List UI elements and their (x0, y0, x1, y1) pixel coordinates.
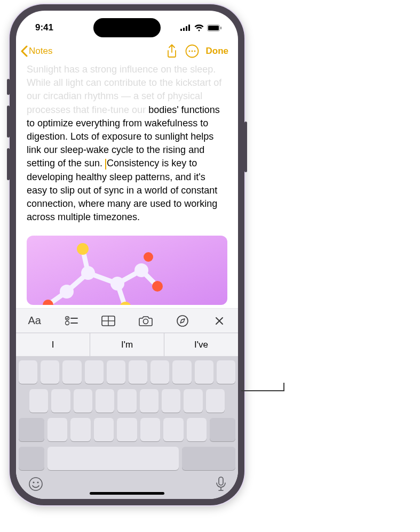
markup-button[interactable] (164, 315, 201, 327)
svg-point-9 (191, 51, 193, 52)
svg-point-26 (144, 252, 153, 262)
key[interactable] (187, 418, 207, 441)
key[interactable] (163, 418, 183, 441)
svg-rect-2 (186, 26, 187, 31)
emoji-icon[interactable] (28, 477, 43, 491)
svg-point-20 (60, 285, 74, 299)
screen: 9:41 Notes Done Sunlight has a (16, 11, 238, 499)
markup-icon (177, 315, 188, 327)
format-toolbar: Aa (16, 308, 238, 333)
svg-rect-0 (180, 29, 182, 31)
home-indicator[interactable] (90, 492, 164, 495)
key[interactable] (47, 418, 67, 441)
molecule-illustration (32, 236, 171, 305)
key[interactable] (140, 418, 160, 441)
key[interactable] (217, 360, 235, 384)
suggestion-1[interactable]: I (16, 333, 90, 356)
back-button[interactable]: Notes (20, 45, 52, 57)
svg-point-18 (77, 243, 89, 255)
delete-key[interactable] (210, 418, 235, 441)
back-label: Notes (29, 46, 52, 57)
status-time: 9:41 (35, 22, 53, 33)
key[interactable] (41, 360, 59, 384)
done-button[interactable]: Done (203, 46, 232, 57)
key[interactable] (94, 418, 114, 441)
key[interactable] (117, 389, 136, 413)
svg-point-8 (188, 51, 190, 52)
cellular-icon (180, 25, 191, 31)
svg-rect-5 (208, 26, 219, 30)
svg-point-24 (134, 263, 148, 277)
key[interactable] (51, 389, 70, 413)
svg-point-28 (65, 321, 69, 325)
callout-pointer (241, 390, 284, 391)
shift-key[interactable] (19, 418, 44, 441)
text-format-button[interactable]: Aa (16, 315, 53, 327)
svg-point-38 (37, 481, 38, 483)
checklist-icon (65, 316, 78, 326)
table-button[interactable] (90, 316, 127, 326)
key[interactable] (172, 360, 191, 384)
silent-switch (7, 79, 10, 95)
suggestion-2[interactable]: I'm (90, 333, 164, 356)
svg-point-37 (33, 481, 34, 483)
share-icon (167, 44, 177, 58)
suggestion-3[interactable]: I've (164, 333, 238, 356)
battery-icon (207, 25, 222, 31)
quicktype-bar: I I'm I've (16, 333, 238, 356)
svg-point-10 (194, 51, 195, 52)
svg-point-36 (29, 478, 42, 490)
key[interactable] (206, 389, 225, 413)
svg-point-19 (81, 266, 95, 280)
share-button[interactable] (162, 42, 181, 61)
note-editor[interactable]: Sunlight has a strong influence on the s… (16, 63, 238, 308)
more-button[interactable] (183, 42, 202, 61)
svg-rect-6 (220, 27, 221, 29)
checklist-button[interactable] (53, 316, 90, 326)
svg-point-22 (110, 277, 124, 291)
key[interactable] (62, 360, 81, 384)
note-attachment-image[interactable] (27, 236, 227, 305)
numbers-key[interactable] (19, 447, 44, 470)
table-icon (101, 316, 115, 326)
key[interactable] (85, 360, 104, 384)
key[interactable] (184, 389, 202, 413)
close-toolbar-button[interactable] (201, 317, 238, 325)
key[interactable] (140, 389, 159, 413)
iphone-frame: 9:41 Notes Done Sunlight has a (10, 4, 244, 505)
onscreen-keyboard[interactable] (16, 356, 238, 499)
ellipsis-circle-icon (185, 44, 199, 58)
key[interactable] (150, 360, 169, 384)
svg-point-35 (177, 316, 188, 326)
key[interactable] (29, 389, 48, 413)
volume-up-button (7, 106, 10, 138)
svg-rect-39 (219, 477, 223, 485)
volume-down-button (7, 148, 10, 180)
key[interactable] (70, 418, 90, 441)
power-button (244, 122, 247, 172)
key[interactable] (129, 360, 147, 384)
key[interactable] (96, 389, 114, 413)
svg-point-25 (152, 281, 163, 292)
close-icon (215, 317, 224, 325)
svg-rect-3 (188, 25, 190, 31)
svg-rect-1 (183, 28, 185, 31)
return-key[interactable] (182, 447, 235, 470)
camera-icon (139, 316, 153, 326)
key[interactable] (117, 418, 137, 441)
key[interactable] (195, 360, 213, 384)
svg-point-34 (143, 319, 148, 324)
dictation-icon[interactable] (216, 477, 226, 491)
dynamic-island (93, 18, 161, 37)
key[interactable] (74, 389, 92, 413)
nav-bar: Notes Done (16, 39, 238, 63)
space-key[interactable] (47, 447, 179, 470)
key[interactable] (19, 360, 37, 384)
text-format-icon: Aa (28, 315, 41, 327)
chevron-left-icon (20, 45, 28, 57)
key[interactable] (162, 389, 180, 413)
text-cursor (105, 159, 106, 170)
camera-button[interactable] (127, 316, 164, 326)
key[interactable] (107, 360, 125, 384)
wifi-icon (194, 25, 204, 31)
